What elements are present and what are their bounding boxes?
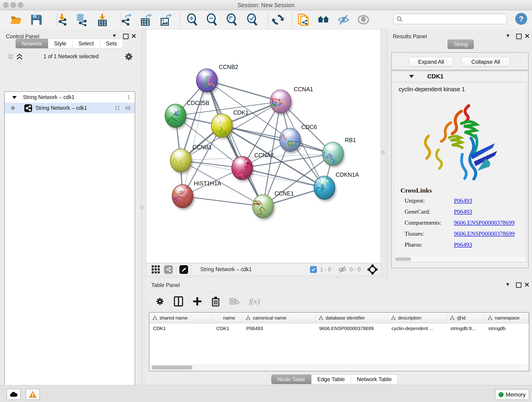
results-hscrollbar[interactable]: [394, 257, 526, 262]
network-view-icon[interactable]: [164, 265, 173, 274]
cloud-button[interactable]: [6, 389, 21, 400]
close-panel-icon[interactable]: ✕: [131, 32, 136, 40]
control-panel-tabs: NetworkStyleSelectSets: [16, 39, 123, 48]
expand-all-icon[interactable]: [16, 53, 23, 60]
show-hide-eye-icon[interactable]: [337, 13, 350, 26]
export-image-icon[interactable]: [159, 13, 172, 26]
fit-content-target-icon[interactable]: [367, 264, 378, 275]
close-panel-icon[interactable]: ✕: [524, 281, 530, 288]
control-panel: Control Panel ▼ ✕ NetworkStyleSelectSets…: [0, 29, 142, 385]
tree-expander-icon[interactable]: [12, 96, 17, 99]
export-table-icon[interactable]: [139, 13, 152, 26]
crosslinks-list: Uniprot:P06493GeneCard:P06493Compartment…: [405, 197, 524, 252]
float-panel-icon[interactable]: [123, 34, 128, 39]
network-node-ccnb2[interactable]: [196, 69, 225, 92]
network-collection-row[interactable]: String Network – cdk1 1: [5, 92, 135, 103]
show-columns-icon[interactable]: [174, 296, 183, 306]
selected-checkbox-icon[interactable]: [310, 266, 317, 273]
open-session-icon[interactable]: [10, 13, 22, 26]
column-header-name[interactable]: name: [213, 313, 243, 323]
birdseye-toggle-icon[interactable]: [179, 265, 188, 274]
tab-network-table[interactable]: Network Table: [351, 375, 398, 384]
table-cell[interactable]: cyclin-dependent ...: [388, 323, 447, 333]
crosslink-value-link[interactable]: 9606.ENSP00000378699: [454, 230, 515, 237]
zoom-in-icon[interactable]: [186, 13, 199, 26]
tab-network[interactable]: Network: [16, 39, 48, 48]
table-cell[interactable]: CDK1: [213, 323, 243, 333]
zoom-out-icon[interactable]: [206, 13, 219, 26]
table-cell[interactable]: stringdb: [485, 323, 529, 333]
tab-sets[interactable]: Sets: [100, 39, 123, 48]
gear-icon[interactable]: [124, 52, 133, 61]
network-node-ccnb1[interactable]: [170, 149, 191, 172]
add-column-icon[interactable]: [193, 297, 202, 306]
right-splitter-handle[interactable]: [381, 150, 385, 154]
help-button[interactable]: ?: [515, 13, 527, 25]
tab-edge-table[interactable]: Edge Table: [311, 375, 351, 384]
crosslink-value-link[interactable]: P06493: [454, 241, 472, 248]
import-network-from-database-icon[interactable]: [75, 13, 88, 26]
collapse-panel-icon[interactable]: ▼: [505, 33, 510, 39]
tab-select[interactable]: Select: [72, 39, 100, 48]
selected-count: 1 - 0: [320, 266, 331, 273]
column-attribute-icon: [319, 316, 323, 320]
collapse-all-button[interactable]: Collapse All: [461, 57, 510, 67]
crosslink-value-link[interactable]: P06493: [454, 197, 472, 204]
search-box[interactable]: [393, 13, 507, 24]
float-panel-icon[interactable]: [516, 282, 521, 288]
zoom-fit-icon[interactable]: [226, 13, 239, 26]
collapse-gene-icon[interactable]: [409, 75, 414, 78]
network-node-ccna1[interactable]: [270, 90, 291, 113]
network-node-cdkn1a[interactable]: [313, 176, 335, 199]
collapse-all-icon[interactable]: [7, 53, 15, 60]
table-row[interactable]: CDK1CDK1P064939606.ENSP00000378699cyclin…: [149, 323, 529, 333]
left-splitter-handle[interactable]: [140, 205, 144, 209]
crosslink-value-link[interactable]: P06493: [454, 208, 472, 215]
network-node-cdc25b[interactable]: [163, 104, 186, 128]
column-header-canonicalname[interactable]: canonical name: [243, 313, 316, 323]
expand-all-button[interactable]: Expand All: [409, 57, 453, 67]
column-header-description[interactable]: description: [388, 313, 447, 323]
warning-button[interactable]: [26, 389, 40, 400]
network-node-cdk1[interactable]: [205, 112, 232, 137]
scrollbar-thumb[interactable]: [152, 366, 192, 370]
crosslink-value-link[interactable]: 9606.ENSP00000378699: [454, 219, 515, 226]
network-snapshot-icon[interactable]: [297, 13, 310, 26]
apply-layout-icon[interactable]: [272, 13, 284, 26]
close-panel-icon[interactable]: ✕: [525, 32, 530, 40]
tab-style[interactable]: Style: [48, 39, 72, 48]
network-node-hist1h1a[interactable]: [172, 185, 193, 208]
delete-column-icon[interactable]: [211, 296, 220, 306]
table-cell[interactable]: stringdb:9...: [447, 323, 485, 333]
zoom-selected-icon[interactable]: [246, 13, 259, 26]
memory-button[interactable]: Memory: [495, 389, 529, 400]
export-network-icon[interactable]: [120, 13, 133, 26]
gene-header-row[interactable]: CDK1: [392, 71, 528, 82]
collapse-panel-icon[interactable]: ▼: [505, 281, 510, 287]
column-header-sharedname[interactable]: shared name: [149, 313, 213, 323]
eye-disabled-icon[interactable]: [357, 13, 370, 26]
grid-view-icon[interactable]: [151, 265, 160, 274]
table-gear-icon[interactable]: [156, 297, 164, 306]
network-node-rb1[interactable]: [320, 142, 343, 166]
tab-node-table[interactable]: Node Table: [271, 375, 311, 384]
float-panel-icon[interactable]: [516, 34, 522, 39]
hide-panel-houses-icon[interactable]: [317, 13, 330, 26]
scrollbar-thumb[interactable]: [395, 257, 411, 261]
table-hscrollbar[interactable]: [150, 365, 528, 370]
import-table-icon[interactable]: [96, 13, 109, 26]
network-svg[interactable]: CCNB2CCNA1CDC25BCDK1CDC6RB1CCNB1CCNA2CDK…: [146, 29, 381, 263]
import-network-icon[interactable]: [56, 13, 68, 26]
table-cell[interactable]: 9606.ENSP00000378699: [316, 323, 388, 333]
node-table[interactable]: shared namenamecanonical namedatabase id…: [149, 312, 529, 371]
network-row[interactable]: String Network – cdk1 11 48: [5, 103, 135, 114]
column-header-namespace[interactable]: namespace: [485, 313, 529, 323]
save-session-icon[interactable]: [30, 13, 43, 26]
table-cell[interactable]: P06493: [243, 323, 316, 333]
column-header-databaseidentifier[interactable]: database identifier: [316, 313, 388, 323]
table-cell[interactable]: CDK1: [149, 323, 213, 333]
search-input[interactable]: [403, 16, 500, 22]
column-header-id[interactable]: @id: [447, 313, 485, 323]
tab-string[interactable]: String: [447, 39, 474, 49]
collapse-panel-icon[interactable]: ▼: [112, 33, 117, 39]
